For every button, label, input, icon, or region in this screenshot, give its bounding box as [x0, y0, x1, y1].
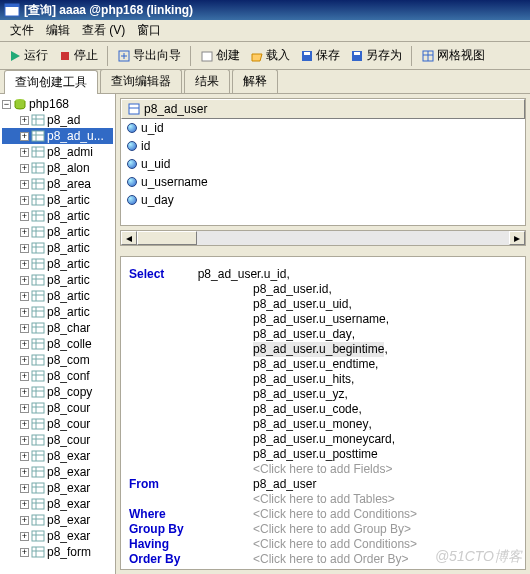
expand-icon[interactable]: + [20, 372, 29, 381]
select-field-row[interactable]: p8_ad_user.u_endtime , [129, 357, 517, 372]
select-field-row[interactable]: p8_ad_user.u_hits , [129, 372, 517, 387]
tree-node[interactable]: +p8_exar [2, 480, 113, 496]
expand-icon[interactable]: + [20, 500, 29, 509]
select-field-row[interactable]: p8_ad_user.id , [129, 282, 517, 297]
column-item[interactable]: id [121, 137, 525, 155]
expand-icon[interactable]: + [20, 340, 29, 349]
menu-window[interactable]: 窗口 [131, 20, 167, 41]
expand-icon[interactable]: + [20, 212, 29, 221]
tab-explain[interactable]: 解释 [232, 69, 278, 93]
expand-icon[interactable]: + [20, 276, 29, 285]
scroll-right-icon[interactable]: ▸ [509, 231, 525, 245]
tab-builder[interactable]: 查询创建工具 [4, 70, 98, 94]
gridview-button[interactable]: 网格视图 [417, 45, 489, 66]
expand-icon[interactable]: + [20, 356, 29, 365]
tree-node[interactable]: +p8_conf [2, 368, 113, 384]
expand-icon[interactable]: + [20, 116, 29, 125]
tree-node[interactable]: +p8_exar [2, 528, 113, 544]
tree-node[interactable]: +p8_artic [2, 240, 113, 256]
tree-node[interactable]: +p8_artic [2, 272, 113, 288]
tree-node[interactable]: +p8_area [2, 176, 113, 192]
select-field-row[interactable]: p8_ad_user.u_username , [129, 312, 517, 327]
tree-node[interactable]: +p8_copy [2, 384, 113, 400]
column-item[interactable]: u_uid [121, 155, 525, 173]
expand-icon[interactable]: + [20, 548, 29, 557]
stop-button[interactable]: 停止 [54, 45, 102, 66]
run-button[interactable]: 运行 [4, 45, 52, 66]
tree-node[interactable]: +p8_cour [2, 400, 113, 416]
tree-node[interactable]: +p8_exar [2, 496, 113, 512]
tree-node[interactable]: +p8_artic [2, 208, 113, 224]
collapse-icon[interactable]: − [2, 100, 11, 109]
tab-editor[interactable]: 查询编辑器 [100, 69, 182, 93]
tree-node[interactable]: +p8_char [2, 320, 113, 336]
export-button[interactable]: 导出向导 [113, 45, 185, 66]
expand-icon[interactable]: + [20, 420, 29, 429]
select-field-row[interactable]: p8_ad_user.u_uid , [129, 297, 517, 312]
tree-node[interactable]: +p8_artic [2, 192, 113, 208]
create-button[interactable]: 创建 [196, 45, 244, 66]
tree-node[interactable]: +p8_ad [2, 112, 113, 128]
expand-icon[interactable]: + [20, 404, 29, 413]
expand-icon[interactable]: + [20, 228, 29, 237]
expand-icon[interactable]: + [20, 516, 29, 525]
add-tables-hint[interactable]: <Click here to add Tables> [253, 492, 395, 507]
tree-node[interactable]: +p8_ad_u... [2, 128, 113, 144]
expand-icon[interactable]: + [20, 436, 29, 445]
expand-icon[interactable]: + [20, 484, 29, 493]
select-field-row[interactable]: p8_ad_user.u_begintime , [129, 342, 517, 357]
tree-node[interactable]: +p8_cour [2, 416, 113, 432]
column-item[interactable]: u_id [121, 119, 525, 137]
add-fields-hint[interactable]: <Click here to add Fields> [253, 462, 392, 477]
expand-icon[interactable]: + [20, 148, 29, 157]
select-field-row[interactable]: p8_ad_user.u_yz , [129, 387, 517, 402]
expand-icon[interactable]: + [20, 244, 29, 253]
expand-icon[interactable]: + [20, 132, 29, 141]
tree-node[interactable]: +p8_artic [2, 256, 113, 272]
splitter[interactable] [116, 246, 530, 252]
select-field-row[interactable]: p8_ad_user.u_money , [129, 417, 517, 432]
tree-node[interactable]: +p8_artic [2, 224, 113, 240]
expand-icon[interactable]: + [20, 292, 29, 301]
menu-view[interactable]: 查看 (V) [76, 20, 131, 41]
save-button[interactable]: 保存 [296, 45, 344, 66]
select-field-row[interactable]: p8_ad_user.u_code , [129, 402, 517, 417]
tree-node[interactable]: +p8_com [2, 352, 113, 368]
tree-node[interactable]: +p8_alon [2, 160, 113, 176]
tree-node[interactable]: +p8_artic [2, 304, 113, 320]
columns-hscroll[interactable]: ◂ ▸ [120, 230, 526, 246]
columns-header[interactable]: p8_ad_user [121, 99, 525, 119]
expand-icon[interactable]: + [20, 468, 29, 477]
saveas-button[interactable]: 另存为 [346, 45, 406, 66]
tree-node[interactable]: +p8_exar [2, 464, 113, 480]
tree-node[interactable]: +p8_exar [2, 448, 113, 464]
menu-file[interactable]: 文件 [4, 20, 40, 41]
expand-icon[interactable]: + [20, 532, 29, 541]
scroll-left-icon[interactable]: ◂ [121, 231, 137, 245]
tree-node[interactable]: +p8_exar [2, 512, 113, 528]
select-field-row[interactable]: Select p8_ad_user.u_id , [129, 267, 517, 282]
expand-icon[interactable]: + [20, 180, 29, 189]
scroll-thumb[interactable] [137, 231, 197, 245]
tree-root[interactable]: − php168 [2, 96, 113, 112]
tree-node[interactable]: +p8_cour [2, 432, 113, 448]
expand-icon[interactable]: + [20, 196, 29, 205]
tree-node[interactable]: +p8_colle [2, 336, 113, 352]
expand-icon[interactable]: + [20, 260, 29, 269]
expand-icon[interactable]: + [20, 164, 29, 173]
select-field-row[interactable]: p8_ad_user.u_moneycard , [129, 432, 517, 447]
expand-icon[interactable]: + [20, 324, 29, 333]
load-button[interactable]: 载入 [246, 45, 294, 66]
column-item[interactable]: u_username [121, 173, 525, 191]
menu-edit[interactable]: 编辑 [40, 20, 76, 41]
select-field-row[interactable]: p8_ad_user.u_posttime [129, 447, 517, 462]
tab-result[interactable]: 结果 [184, 69, 230, 93]
tree-node[interactable]: +p8_form [2, 544, 113, 560]
select-field-row[interactable]: p8_ad_user.u_day , [129, 327, 517, 342]
expand-icon[interactable]: + [20, 388, 29, 397]
column-item[interactable]: u_day [121, 191, 525, 209]
tree-node[interactable]: +p8_admi [2, 144, 113, 160]
expand-icon[interactable]: + [20, 308, 29, 317]
tree-node[interactable]: +p8_artic [2, 288, 113, 304]
expand-icon[interactable]: + [20, 452, 29, 461]
